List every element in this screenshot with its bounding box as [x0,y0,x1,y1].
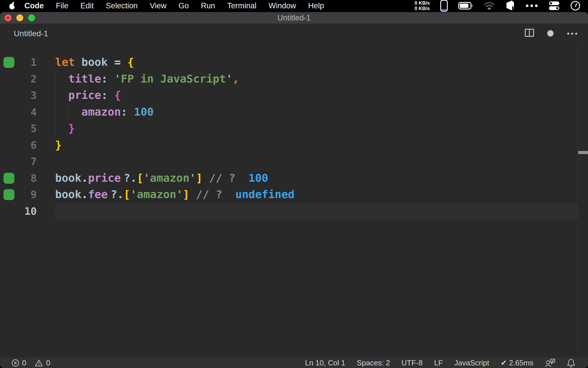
code-line-10[interactable]: 10 [0,203,588,220]
unsaved-indicator-dot [7,17,9,19]
code-line-6[interactable]: 6} [0,137,588,154]
problems-indicator[interactable]: 0 0 [11,359,50,367]
code-line-7[interactable]: 7 [0,153,588,170]
status-bar: 0 0 Ln 10, Col 1 Spaces: 2 UTF-8 LF Java… [0,358,588,368]
warning-count: 0 [46,359,50,367]
app-menus: CodeFileEditSelectionViewGoRunTerminalWi… [18,1,330,10]
code-line-3[interactable]: 3 price: { [0,87,588,104]
code-line-5[interactable]: 5 } [0,120,588,137]
line-number[interactable]: 6 [0,137,37,154]
code-text: book.price?.['amazon'] // ? 100 [55,170,268,187]
more-actions-icon[interactable] [567,31,578,36]
eol-setting[interactable]: LF [434,359,443,367]
menu-item-selection[interactable]: Selection [100,1,144,10]
error-icon [11,359,19,367]
macos-menu-bar: CodeFileEditSelectionViewGoRunTerminalWi… [0,0,588,12]
language-mode[interactable]: JavaScript [454,359,489,367]
menu-item-go[interactable]: Go [173,1,195,10]
code-line-2[interactable]: 2 title: 'FP in JavaScript', [0,71,588,87]
menu-item-window[interactable]: Window [262,1,302,10]
control-center-icon[interactable] [548,1,560,10]
apple-menu-icon[interactable] [9,2,16,10]
menu-item-help[interactable]: Help [302,1,330,10]
minimize-button[interactable] [16,14,23,21]
code-text: book.fee?.['amazon'] // ? undefined [55,186,295,203]
line-number[interactable]: 9 [0,186,37,203]
notifications-bell-icon[interactable] [567,359,575,368]
code-line-9[interactable]: 9book.fee?.['amazon'] // ? undefined [0,186,588,203]
screen: CodeFileEditSelectionViewGoRunTerminalWi… [0,0,588,368]
traffic-lights [5,14,35,21]
editor-actions [525,24,578,43]
code-text: amazon: 100 [55,104,154,120]
code-text: price: { [55,87,121,104]
network-up-label: 0 KB/s [415,0,430,6]
line-number[interactable]: 3 [0,87,37,104]
window-titlebar[interactable]: Untitled-1 [0,12,588,24]
line-number[interactable]: 1 [0,54,37,71]
code-line-4[interactable]: 4 amazon: 100 [0,104,588,120]
app-glyph-icon[interactable] [505,1,515,11]
error-count: 0 [22,359,26,367]
window-title: Untitled-1 [0,12,588,24]
encoding-setting[interactable]: UTF-8 [401,359,423,367]
line-number[interactable]: 4 [0,104,37,120]
menu-item-file[interactable]: File [50,1,75,10]
wifi-icon[interactable] [483,1,495,10]
code-text: } [55,137,62,154]
menu-item-edit[interactable]: Edit [74,1,100,10]
current-line-highlight [55,203,578,220]
network-speed-indicator[interactable]: 0 KB/s 0 KB/s [415,0,430,11]
editor-tab-bar: Untitled-1 [0,24,588,43]
feedback-icon[interactable] [545,359,555,367]
status-bar-right: Ln 10, Col 1 Spaces: 2 UTF-8 LF JavaScri… [305,359,575,368]
tab-untitled-1[interactable]: Untitled-1 [14,24,48,44]
code-line-8[interactable]: 8book.price?.['amazon'] // ? 100 [0,170,588,187]
code-text: } [55,120,75,137]
network-down-label: 0 KB/s [415,6,430,11]
unsaved-changes-dot[interactable] [547,30,554,37]
menu-bar-status-items: 0 KB/s 0 KB/s [415,0,581,12]
line-number[interactable]: 5 [0,120,37,137]
line-number[interactable]: 7 [0,153,37,170]
cursor-position[interactable]: Ln 10, Col 1 [305,359,345,367]
gauge-icon[interactable] [570,1,581,11]
menu-item-terminal[interactable]: Terminal [221,1,262,10]
line-number[interactable]: 2 [0,71,37,87]
quokka-run-time[interactable]: ✔ 2.65ms [501,359,533,367]
battery-icon[interactable] [458,2,473,9]
overview-ruler-border [578,43,578,358]
code-line-1[interactable]: 1let book = { [0,54,588,71]
vscode-window: Untitled-1 Untitled-1 [0,12,588,368]
menu-item-code[interactable]: Code [18,1,50,10]
code-editor[interactable]: 1let book = {2 title: 'FP in JavaScript'… [0,43,588,358]
code-text: let book = { [55,54,134,71]
line-number[interactable]: 10 [0,203,37,220]
close-button[interactable] [5,14,11,21]
ellipsis-icon[interactable] [525,4,538,7]
zoom-button[interactable] [28,14,35,21]
indentation-setting[interactable]: Spaces: 2 [357,359,390,367]
line-number[interactable]: 8 [0,170,37,187]
warning-icon [35,359,43,367]
code-text: title: 'FP in JavaScript', [55,71,239,87]
iphone-meter-icon[interactable] [440,0,448,12]
split-editor-icon[interactable] [525,29,534,38]
menu-item-view[interactable]: View [144,1,173,10]
menu-item-run[interactable]: Run [195,1,221,10]
overview-ruler-cursor-marker[interactable] [578,151,588,154]
